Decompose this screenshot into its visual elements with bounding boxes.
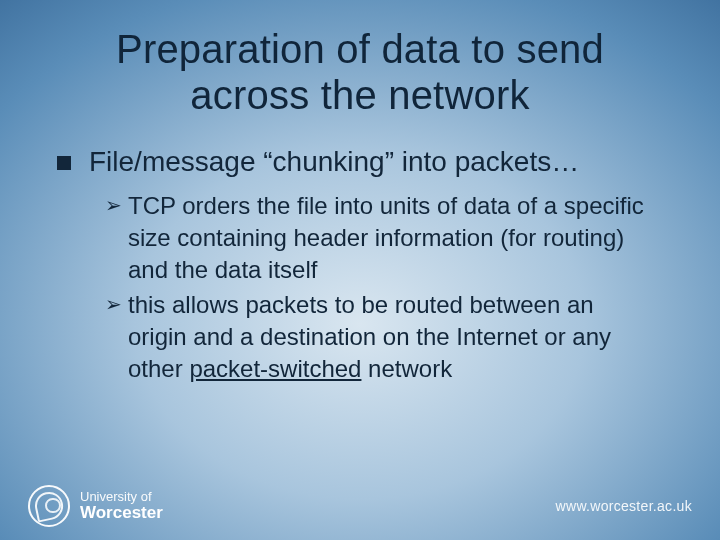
square-bullet-icon bbox=[57, 156, 71, 170]
bullet-text-1: File/message “chunking” into packets… bbox=[89, 144, 579, 180]
sub-text-2: this allows packets to be routed between… bbox=[128, 289, 645, 384]
sub2-post: network bbox=[361, 355, 452, 382]
slide: Preparation of data to send across the n… bbox=[0, 0, 720, 540]
logo-mark-icon bbox=[28, 485, 70, 527]
university-logo: University of Worcester bbox=[28, 485, 163, 527]
bullet-item-1: File/message “chunking” into packets… bbox=[57, 144, 675, 180]
sub2-underlined: packet-switched bbox=[189, 355, 361, 382]
logo-text: University of Worcester bbox=[80, 490, 163, 521]
footer-url: www.worcester.ac.uk bbox=[556, 498, 692, 514]
slide-title: Preparation of data to send across the n… bbox=[45, 26, 675, 118]
logo-line-1: University of bbox=[80, 490, 163, 504]
chevron-icon: ➢ bbox=[105, 193, 122, 217]
title-line-2: across the network bbox=[190, 73, 529, 117]
sub-bullet-2: ➢ this allows packets to be routed betwe… bbox=[105, 289, 645, 384]
sub-text-1: TCP orders the file into units of data o… bbox=[128, 190, 645, 285]
logo-line-2: Worcester bbox=[80, 504, 163, 522]
footer: University of Worcester www.worcester.ac… bbox=[0, 480, 720, 540]
sub-bullet-1: ➢ TCP orders the file into units of data… bbox=[105, 190, 645, 285]
title-line-1: Preparation of data to send bbox=[116, 27, 604, 71]
chevron-icon: ➢ bbox=[105, 292, 122, 316]
